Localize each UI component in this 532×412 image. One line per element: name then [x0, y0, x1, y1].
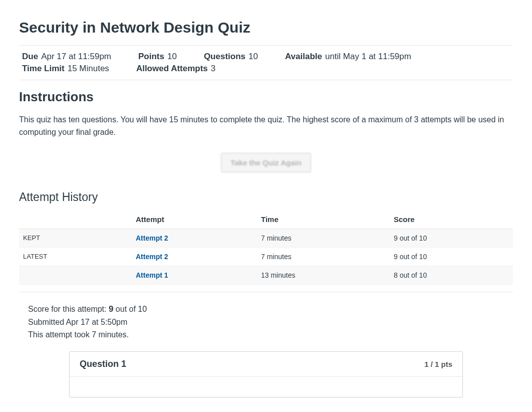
- meta-available: Available until May 1 at 11:59pm: [282, 52, 411, 62]
- row-time: 7 minutes: [257, 229, 390, 247]
- attempt-link[interactable]: Attempt 2: [136, 234, 168, 242]
- question-label: Question 1: [80, 359, 126, 369]
- attempt-history-table: Attempt Time Score KEPT Attempt 2 7 minu…: [19, 210, 513, 285]
- meta-attempts-label: Allowed Attempts: [133, 64, 208, 74]
- row-tag: [19, 266, 132, 284]
- table-row: Attempt 1 13 minutes 8 out of 10: [19, 266, 513, 284]
- col-time: Time: [257, 210, 390, 229]
- meta-due-value: Apr 17 at 11:59pm: [41, 52, 111, 62]
- meta-time-limit-value: 15 Minutes: [68, 64, 109, 74]
- page-title: Security in Network Design Quiz: [19, 19, 513, 36]
- col-blank: [19, 210, 132, 229]
- row-tag: KEPT: [19, 229, 132, 247]
- meta-attempts: Allowed Attempts 3: [133, 64, 215, 74]
- question-card: Question 1 1 / 1 pts: [69, 351, 463, 397]
- table-row: KEPT Attempt 2 7 minutes 9 out of 10: [19, 229, 513, 247]
- duration-text: This attempt took 7 minutes.: [28, 328, 504, 341]
- question-header: Question 1 1 / 1 pts: [70, 352, 462, 377]
- submitted-text: Submitted Apr 17 at 5:50pm: [28, 316, 504, 329]
- divider: [19, 292, 513, 292]
- score-suffix: out of 10: [113, 305, 147, 313]
- row-score: 9 out of 10: [390, 247, 513, 266]
- row-time: 13 minutes: [257, 266, 390, 284]
- meta-available-label: Available: [282, 52, 322, 62]
- score-summary: Score for this attempt: 9 out of 10 Subm…: [19, 302, 513, 341]
- attempt-history-heading: Attempt History: [19, 190, 513, 204]
- meta-questions: Questions 10: [201, 52, 258, 62]
- instructions-text: This quiz has ten questions. You will ha…: [19, 114, 513, 139]
- meta-due: Due Apr 17 at 11:59pm: [19, 52, 111, 62]
- col-score: Score: [390, 210, 513, 229]
- score-value: 9: [109, 304, 113, 314]
- col-attempt: Attempt: [132, 210, 257, 229]
- question-points: 1 / 1 pts: [424, 360, 452, 368]
- row-tag: LATEST: [19, 247, 132, 266]
- meta-points: Points 10: [135, 52, 177, 62]
- meta-bar: Due Apr 17 at 11:59pm Points 10 Question…: [19, 45, 513, 80]
- meta-points-label: Points: [135, 52, 164, 62]
- row-score: 9 out of 10: [390, 229, 513, 247]
- question-body: [70, 377, 462, 397]
- table-row: LATEST Attempt 2 7 minutes 9 out of 10: [19, 247, 513, 266]
- meta-attempts-value: 3: [211, 64, 215, 74]
- meta-time-limit-label: Time Limit: [19, 64, 65, 74]
- meta-questions-value: 10: [248, 52, 258, 62]
- row-score: 8 out of 10: [390, 266, 513, 284]
- score-prefix: Score for this attempt:: [28, 305, 109, 313]
- meta-available-value: until May 1 at 11:59pm: [325, 52, 411, 62]
- take-quiz-again-button[interactable]: Take the Quiz Again: [221, 153, 311, 172]
- meta-questions-label: Questions: [201, 52, 245, 62]
- meta-due-label: Due: [19, 52, 38, 62]
- row-time: 7 minutes: [257, 247, 390, 266]
- instructions-heading: Instructions: [19, 89, 513, 105]
- attempt-link[interactable]: Attempt 2: [136, 253, 168, 261]
- attempt-link[interactable]: Attempt 1: [136, 271, 168, 279]
- meta-time-limit: Time Limit 15 Minutes: [19, 64, 109, 74]
- meta-points-value: 10: [167, 52, 177, 62]
